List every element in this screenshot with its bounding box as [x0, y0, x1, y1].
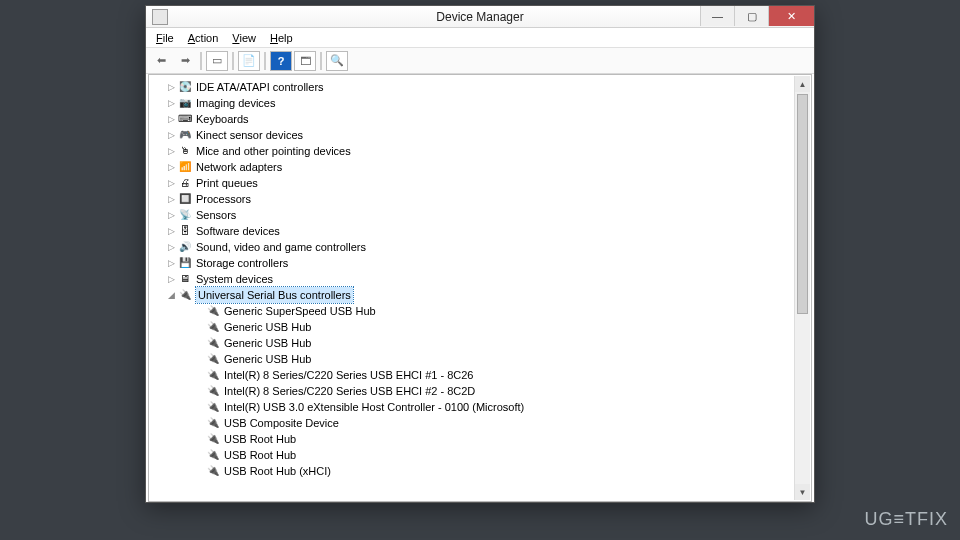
tree-node[interactable]: ▷⌨Keyboards: [165, 111, 811, 127]
tree-node-label: Intel(R) 8 Series/C220 Series USB EHCI #…: [224, 383, 475, 399]
device-icon: 🔌: [205, 336, 221, 350]
tree-node[interactable]: 🔌Intel(R) 8 Series/C220 Series USB EHCI …: [193, 367, 811, 383]
help-button[interactable]: ?: [270, 51, 292, 71]
device-manager-window: Device Manager — ▢ ✕ File Action View He…: [145, 5, 815, 503]
tree-node-label: Kinect sensor devices: [196, 127, 303, 143]
expand-arrow-icon[interactable]: ▷: [165, 207, 177, 223]
vertical-scrollbar[interactable]: ▲ ▼: [794, 76, 810, 500]
tree-node-label: USB Composite Device: [224, 415, 339, 431]
device-icon: 🔌: [205, 384, 221, 398]
device-icon: 🔲: [177, 192, 193, 206]
tree-node-label: Intel(R) 8 Series/C220 Series USB EHCI #…: [224, 367, 473, 383]
device-icon: 💾: [177, 256, 193, 270]
tree-node[interactable]: ▷🔲Processors: [165, 191, 811, 207]
expand-arrow-icon[interactable]: ▷: [165, 143, 177, 159]
tree-node[interactable]: 🔌Generic USB Hub: [193, 319, 811, 335]
toolbar-separator: [232, 52, 234, 70]
tree-node-label: USB Root Hub (xHCI): [224, 463, 331, 479]
tree-pane: ▷💽IDE ATA/ATAPI controllers▷📷Imaging dev…: [148, 74, 812, 502]
expand-arrow-icon[interactable]: ▷: [165, 159, 177, 175]
uninstall-button[interactable]: 🔍: [326, 51, 348, 71]
device-icon: 🖨: [177, 176, 193, 190]
tree-node[interactable]: 🔌USB Root Hub (xHCI): [193, 463, 811, 479]
tree-node-label: Intel(R) USB 3.0 eXtensible Host Control…: [224, 399, 524, 415]
tree-node[interactable]: ▷📡Sensors: [165, 207, 811, 223]
device-icon: 📶: [177, 160, 193, 174]
tree-node[interactable]: ▷🖱Mice and other pointing devices: [165, 143, 811, 159]
scan-hardware-button[interactable]: 🗔: [294, 51, 316, 71]
toolbar-separator: [200, 52, 202, 70]
tree-node[interactable]: ▷🎮Kinect sensor devices: [165, 127, 811, 143]
device-icon: 🔌: [177, 288, 193, 302]
tree-node-label: Generic USB Hub: [224, 335, 311, 351]
expand-arrow-icon[interactable]: ▷: [165, 271, 177, 287]
device-icon: 🎮: [177, 128, 193, 142]
tree-node[interactable]: 🔌Generic USB Hub: [193, 351, 811, 367]
scroll-down-button[interactable]: ▼: [795, 484, 810, 500]
menubar: File Action View Help: [146, 28, 814, 48]
expand-arrow-icon[interactable]: ◢: [165, 287, 177, 303]
window-controls: — ▢ ✕: [700, 6, 814, 26]
device-icon: 🔌: [205, 432, 221, 446]
titlebar[interactable]: Device Manager — ▢ ✕: [146, 6, 814, 28]
tree-node[interactable]: ▷📶Network adapters: [165, 159, 811, 175]
tree-node-label: Storage controllers: [196, 255, 288, 271]
tree-node-label: Sensors: [196, 207, 236, 223]
device-icon: 🔌: [205, 416, 221, 430]
menu-action[interactable]: Action: [182, 30, 225, 46]
properties-button[interactable]: 📄: [238, 51, 260, 71]
expand-arrow-icon[interactable]: ▷: [165, 175, 177, 191]
scroll-thumb[interactable]: [797, 94, 808, 314]
tree-node[interactable]: 🔌Intel(R) USB 3.0 eXtensible Host Contro…: [193, 399, 811, 415]
tree-node[interactable]: 🔌Generic USB Hub: [193, 335, 811, 351]
expand-arrow-icon[interactable]: ▷: [165, 95, 177, 111]
minimize-button[interactable]: —: [700, 6, 734, 26]
tree-node-label: Universal Serial Bus controllers: [196, 287, 353, 303]
expand-arrow-icon[interactable]: ▷: [165, 239, 177, 255]
menu-file[interactable]: File: [150, 30, 180, 46]
tree-node[interactable]: ▷💾Storage controllers: [165, 255, 811, 271]
device-icon: 🔌: [205, 304, 221, 318]
tree-node-label: Network adapters: [196, 159, 282, 175]
scroll-up-button[interactable]: ▲: [795, 76, 810, 92]
watermark: UG≡TFIX: [865, 509, 949, 530]
expand-arrow-icon[interactable]: ▷: [165, 79, 177, 95]
device-icon: 📡: [177, 208, 193, 222]
toolbar-separator: [320, 52, 322, 70]
tree-node[interactable]: ▷🖥System devices: [165, 271, 811, 287]
device-icon: ⌨: [177, 112, 193, 126]
expand-arrow-icon[interactable]: ▷: [165, 191, 177, 207]
tree-node-label: System devices: [196, 271, 273, 287]
expand-arrow-icon[interactable]: ▷: [165, 111, 177, 127]
tree-node[interactable]: ◢🔌Universal Serial Bus controllers: [165, 287, 811, 303]
tree-node-label: Mice and other pointing devices: [196, 143, 351, 159]
device-icon: 🖥: [177, 272, 193, 286]
tree-node[interactable]: 🔌Generic SuperSpeed USB Hub: [193, 303, 811, 319]
tree-node[interactable]: ▷🖨Print queues: [165, 175, 811, 191]
expand-arrow-icon[interactable]: ▷: [165, 223, 177, 239]
close-button[interactable]: ✕: [768, 6, 814, 26]
tree-node-label: USB Root Hub: [224, 431, 296, 447]
tree-node[interactable]: 🔌USB Root Hub: [193, 447, 811, 463]
tree-node[interactable]: ▷📷Imaging devices: [165, 95, 811, 111]
tree-node-label: Software devices: [196, 223, 280, 239]
show-hide-tree-button[interactable]: ▭: [206, 51, 228, 71]
tree-node[interactable]: ▷🔊Sound, video and game controllers: [165, 239, 811, 255]
tree-node[interactable]: 🔌Intel(R) 8 Series/C220 Series USB EHCI …: [193, 383, 811, 399]
device-icon: 🔌: [205, 320, 221, 334]
menu-help[interactable]: Help: [264, 30, 299, 46]
tree-node[interactable]: ▷💽IDE ATA/ATAPI controllers: [165, 79, 811, 95]
toolbar: ⬅ ➡ ▭ 📄 ? 🗔 🔍: [146, 48, 814, 74]
tree-node-label: Processors: [196, 191, 251, 207]
expand-arrow-icon[interactable]: ▷: [165, 127, 177, 143]
menu-view[interactable]: View: [226, 30, 262, 46]
tree-node[interactable]: 🔌USB Composite Device: [193, 415, 811, 431]
expand-arrow-icon[interactable]: ▷: [165, 255, 177, 271]
tree-node[interactable]: 🔌USB Root Hub: [193, 431, 811, 447]
back-button[interactable]: ⬅: [150, 51, 172, 71]
maximize-button[interactable]: ▢: [734, 6, 768, 26]
device-icon: 📷: [177, 96, 193, 110]
forward-button[interactable]: ➡: [174, 51, 196, 71]
tree-node[interactable]: ▷🗄Software devices: [165, 223, 811, 239]
device-icon: 🔌: [205, 464, 221, 478]
